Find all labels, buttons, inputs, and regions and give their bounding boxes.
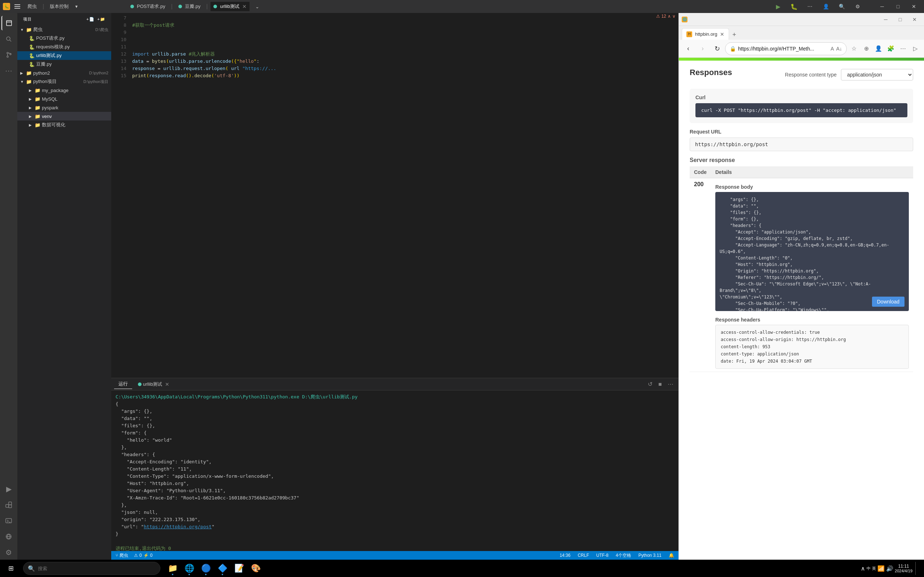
extensions-nav-btn[interactable]: 🧩 — [885, 43, 897, 55]
response-code: 200 — [694, 181, 704, 187]
close-btn[interactable]: ✕ — [907, 2, 921, 11]
status-charset[interactable]: UTF-8 — [595, 553, 610, 558]
version-control-btn[interactable]: 版本控制 — [47, 2, 71, 11]
hamburger-menu[interactable] — [13, 3, 22, 10]
browser-more-btn[interactable]: ⋯ — [897, 43, 909, 55]
translate-btn[interactable]: A — [830, 46, 834, 52]
minimize-btn[interactable]: ─ — [875, 2, 889, 11]
tree-item-crawler-root[interactable]: ▼ 📁 爬虫 D:\爬虫 — [17, 25, 111, 34]
status-errors[interactable]: ⚠ 0 ⚡ 0 — [132, 553, 154, 558]
reader-btn[interactable]: A↓ — [836, 46, 842, 52]
tray-network-icon[interactable]: 📶 — [877, 565, 885, 572]
tree-item-requests-module[interactable]: 🐍 requests模块.py — [17, 43, 111, 51]
tab-post-request[interactable]: POST请求.py — [128, 2, 168, 11]
sidebar-toggle-btn[interactable]: ▷ — [909, 43, 921, 55]
taskbar-app-explorer[interactable]: 📁 — [165, 561, 181, 576]
curl-code-block[interactable]: curl -X POST "https://httpbin.org/post" … — [695, 103, 907, 117]
new-tab-btn[interactable]: + — [729, 30, 739, 40]
maximize-btn[interactable]: □ — [891, 2, 905, 11]
activity-extensions[interactable] — [2, 498, 16, 512]
tree-item-mysql[interactable]: ▶ 📁 MySQL — [17, 95, 111, 103]
activity-explorer[interactable] — [2, 16, 16, 30]
fav-btn[interactable]: ☆ — [848, 43, 860, 55]
activity-debug-console[interactable] — [2, 514, 16, 528]
new-file-btn[interactable]: +📄 — [86, 17, 94, 22]
download-btn[interactable]: Download — [872, 297, 905, 307]
debug-btn[interactable]: 🐛 — [787, 2, 801, 11]
collections-btn[interactable]: ⊕ — [861, 43, 872, 55]
nav-back-btn[interactable]: ‹ — [682, 42, 695, 55]
close-browser-tab[interactable]: ✕ — [720, 31, 724, 37]
activity-remote[interactable] — [2, 529, 16, 544]
tree-item-douban[interactable]: 🐍 豆瓣.py — [17, 60, 111, 69]
profile-nav-btn[interactable]: 👤 — [873, 43, 884, 55]
taskbar-app-typora[interactable]: 📝 — [231, 561, 247, 576]
tree-item-pyspark[interactable]: ▶ 📁 pyspark — [17, 103, 111, 112]
content-type-select[interactable]: application/json — [841, 69, 913, 81]
activity-git[interactable] — [2, 48, 16, 62]
profile-btn[interactable]: 👤 — [819, 2, 833, 11]
status-indent[interactable]: 4个空格 — [614, 553, 633, 559]
tab-douban[interactable]: 豆瓣.py — [176, 2, 203, 11]
tree-item-post-request[interactable]: 🐍 POST请求.py — [17, 34, 111, 43]
taskbar-search-input[interactable] — [38, 566, 156, 571]
status-position[interactable]: 14:36 — [558, 553, 572, 558]
terminal-line-6: "hello": "world" — [116, 437, 674, 444]
tab-close-icon[interactable]: ✕ — [242, 3, 247, 10]
code-content[interactable]: #获取一个post请求 import urllib.parse #兆入解析器 d… — [129, 13, 678, 378]
taskbar-app-edge[interactable]: 🌐 — [181, 561, 197, 576]
close-run-tab[interactable]: ✕ — [165, 381, 170, 387]
window-controls: ▶ 🐛 ⋯ 👤 🔍 ⚙ ─ □ ✕ — [771, 2, 921, 11]
status-language[interactable]: Python 3.11 — [637, 553, 663, 558]
restart-btn[interactable]: ↺ — [646, 380, 655, 388]
tree-item-venv[interactable]: ▶ 📁 venv — [17, 112, 111, 121]
status-branch[interactable]: ⑂ 爬虫 — [114, 553, 129, 559]
tray-up-icon[interactable]: ∧ — [861, 565, 865, 572]
taskbar-app-pycharm[interactable]: 🔷 — [215, 561, 230, 576]
browser-maximize-btn[interactable]: □ — [894, 15, 907, 24]
taskbar-clock[interactable]: 11:11 2024/4/19 — [895, 564, 913, 573]
start-btn[interactable]: ⊞ — [3, 561, 19, 576]
tree-item-data-viz[interactable]: ▶ 📁 数据可视化 — [17, 121, 111, 129]
taskbar-app-paint[interactable]: 🎨 — [248, 561, 263, 576]
browser-tab-httpbin[interactable]: H httpbin.org ✕ — [682, 28, 729, 40]
svg-point-4 — [7, 52, 8, 54]
browser-minimize-btn[interactable]: ─ — [879, 15, 892, 24]
run-tab[interactable]: 运行 — [114, 379, 132, 389]
activity-settings[interactable]: ⚙ — [2, 545, 16, 560]
taskbar-app-vscode[interactable]: 🔵 — [198, 561, 214, 576]
tab-urllib-active[interactable]: urllib测试 ✕ — [210, 2, 249, 11]
nav-refresh-btn[interactable]: ↻ — [711, 42, 724, 55]
new-folder-btn[interactable]: +📁 — [97, 17, 105, 22]
expand-errors-btn[interactable]: ∧ — [668, 14, 671, 19]
term-more-btn[interactable]: ⋯ — [666, 380, 675, 388]
py-file-icon-3: 🐍 — [29, 53, 35, 58]
tree-item-python-project[interactable]: ▼ 📁 python项目 D:\python项目 — [17, 77, 111, 86]
status-feedback[interactable]: 🔔 — [667, 553, 675, 558]
stop-btn[interactable]: ■ — [656, 380, 664, 388]
status-crlf[interactable]: CRLF — [576, 553, 590, 558]
taskbar-search[interactable]: 🔍 — [23, 562, 160, 575]
tray-volume-icon[interactable]: 🔊 — [886, 565, 893, 572]
more-tabs-btn[interactable]: ⌄ — [252, 3, 262, 11]
tree-item-urllib-test[interactable]: 🐍 urllib测试.py — [17, 51, 111, 60]
activity-more[interactable]: ⋯ — [2, 63, 16, 78]
more-btn[interactable]: ⋯ — [803, 2, 817, 11]
collapse-errors-btn[interactable]: ∨ — [672, 14, 675, 19]
nav-forward-btn[interactable]: › — [696, 42, 709, 55]
run-btn[interactable]: ▶ — [771, 2, 785, 11]
browser-close-btn[interactable]: ✕ — [908, 15, 921, 24]
tree-item-my-package[interactable]: ▶ 📁 my_package — [17, 86, 111, 95]
app-name-btn[interactable]: 爬虫 — [24, 2, 40, 11]
settings-btn[interactable]: ⚙ — [850, 2, 865, 11]
activity-run[interactable]: ▶ — [2, 482, 16, 496]
response-body-box[interactable]: "args": {}, "data": "", "files": {}, "fo… — [715, 192, 909, 311]
tree-item-python2[interactable]: ▶ 📁 python2 D:\python2 — [17, 69, 111, 77]
version-dropdown-icon[interactable]: ▼ — [74, 4, 78, 9]
show-desktop-btn[interactable] — [915, 562, 918, 575]
activity-search[interactable] — [2, 32, 16, 46]
status-bar: ⑂ 爬虫 ⚠ 0 ⚡ 0 14:36 CRLF UTF-8 — [111, 551, 678, 560]
address-bar[interactable]: 🔒 https://httpbin.org/#/HTTP_Meth... A A… — [725, 42, 847, 55]
url-link[interactable]: https://httpbin.org/post — [144, 524, 212, 529]
search-btn-title[interactable]: 🔍 — [834, 2, 849, 11]
